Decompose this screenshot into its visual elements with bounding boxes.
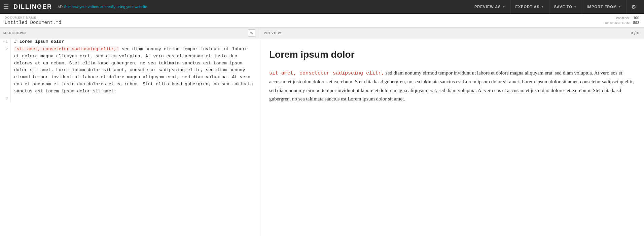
words-stat: WORDS: 100 xyxy=(605,16,639,20)
hamburger-icon[interactable]: ☰ xyxy=(3,3,9,10)
line-row: 3 xyxy=(0,95,259,102)
markdown-label: MARKDOWN xyxy=(3,31,26,35)
settings-button[interactable]: ⚙ xyxy=(627,0,641,14)
doc-name-value[interactable]: Untitled Document.md xyxy=(5,20,605,25)
line-row: 2`sit amet, consetetur sadipscing elitr,… xyxy=(0,46,259,95)
expand-button[interactable]: ⇖ xyxy=(248,29,255,37)
heading-text: # Lorem ipsum dolor xyxy=(14,39,64,44)
preview-heading: Lorem ipsum dolor xyxy=(269,47,634,63)
code-toggle-button[interactable]: </> xyxy=(631,30,639,36)
line-arrow: ▾ xyxy=(3,40,5,44)
markdown-editor[interactable]: ▾1# Lorem ipsum dolor2`sit amet, consete… xyxy=(0,38,259,236)
save-to-button[interactable]: SAVE TO ▼ xyxy=(549,0,582,14)
preview-as-button[interactable]: PREVIEW AS ▼ xyxy=(470,0,511,14)
import-from-button[interactable]: IMPORT FROM ▼ xyxy=(582,0,627,14)
ad-prefix: AD xyxy=(58,5,63,9)
ad-link[interactable]: See how your visitors are really using y… xyxy=(64,5,148,9)
characters-stat: CHARACTERS: 592 xyxy=(605,21,639,25)
export-as-button[interactable]: EXPORT AS ▼ xyxy=(511,0,549,14)
markdown-panel: MARKDOWN ⇖ ▾1# Lorem ipsum dolor2`sit am… xyxy=(0,28,259,236)
preview-panel-header: PREVIEW </> xyxy=(259,28,644,38)
doc-meta-bar: DOCUMENT NAME Untitled Document.md WORDS… xyxy=(0,14,644,28)
app-logo: DILLINGER xyxy=(13,3,52,10)
preview-label: PREVIEW xyxy=(264,31,281,35)
line-number: 3 xyxy=(0,95,11,102)
preview-panel: PREVIEW </> Lorem ipsum dolor sit amet, … xyxy=(259,28,644,236)
line-number: 2 xyxy=(0,46,11,95)
preview-content: Lorem ipsum dolor sit amet, consetetur s… xyxy=(259,38,644,236)
code-inline: `sit amet, consetetur sadipscing elitr,` xyxy=(14,47,119,52)
doc-name-label: DOCUMENT NAME xyxy=(5,16,605,19)
line-number: ▾1 xyxy=(0,38,11,46)
line-content[interactable]: # Lorem ipsum dolor xyxy=(11,38,259,46)
top-nav: ☰ DILLINGER AD See how your visitors are… xyxy=(0,0,644,14)
save-to-chevron-icon: ▼ xyxy=(574,5,577,8)
expand-icon: ⇖ xyxy=(249,30,254,36)
gear-icon: ⚙ xyxy=(631,4,636,10)
line-content[interactable]: `sit amet, consetetur sadipscing elitr,`… xyxy=(11,46,259,95)
preview-paragraph: sit amet, consetetur sadipscing elitr, s… xyxy=(269,69,634,104)
export-as-chevron-icon: ▼ xyxy=(541,5,544,8)
doc-name-section: DOCUMENT NAME Untitled Document.md xyxy=(5,16,605,25)
preview-code-span: sit amet, consetetur sadipscing elitr, xyxy=(269,70,384,76)
editor-area: MARKDOWN ⇖ ▾1# Lorem ipsum dolor2`sit am… xyxy=(0,28,644,236)
line-row: ▾1# Lorem ipsum dolor xyxy=(0,38,259,46)
import-from-chevron-icon: ▼ xyxy=(618,5,621,8)
line-content[interactable] xyxy=(11,95,259,102)
markdown-panel-header: MARKDOWN ⇖ xyxy=(0,28,259,38)
doc-stats: WORDS: 100 CHARACTERS: 592 xyxy=(605,16,639,25)
preview-as-chevron-icon: ▼ xyxy=(502,5,506,8)
